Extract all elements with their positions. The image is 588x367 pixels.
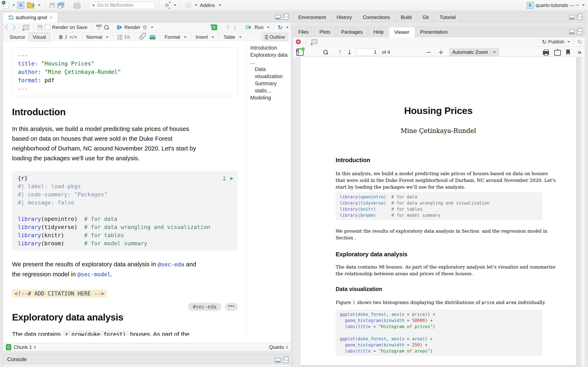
goto-file-function-input[interactable]: Go to file/function — [90, 2, 155, 9]
open-file-dropdown-caret[interactable] — [38, 4, 40, 6]
italic-button[interactable]: I — [65, 34, 67, 40]
pdf-viewport[interactable]: Housing Prices Mine Çetinkaya-Rundel Int… — [293, 57, 585, 367]
pdf-save-icon[interactable] — [554, 50, 561, 56]
pdf-print-icon[interactable] — [543, 51, 549, 55]
pdf-sidebar-toggle-icon[interactable] — [296, 49, 303, 56]
new-project-icon[interactable]: R — [17, 2, 24, 9]
save-all-icon[interactable] — [57, 2, 64, 8]
open-in-new-window-icon[interactable] — [311, 39, 317, 44]
pdf-zoom-select[interactable]: Automatic Zoom — [449, 48, 499, 56]
numbered-list-icon[interactable]: 12 — [125, 36, 130, 39]
minimize-pane-icon[interactable] — [275, 358, 281, 363]
tab-files[interactable]: Files — [293, 27, 314, 37]
yaml-front-matter-block[interactable]: --- title: "Housing Prices" author: "Min… — [12, 48, 238, 96]
pdf-page-input[interactable]: 1 — [356, 49, 379, 56]
tab-tutorial[interactable]: Tutorial — [434, 12, 461, 22]
paragraph-style-caret[interactable] — [106, 36, 108, 38]
document-editing-surface[interactable]: --- title: "Housing Prices" author: "Min… — [3, 42, 246, 336]
spellcheck-icon[interactable]: ABC✓ — [96, 24, 102, 30]
tab-presentation[interactable]: Presentation — [415, 27, 453, 37]
bullet-list-icon[interactable] — [118, 35, 122, 40]
minimize-pane-icon[interactable] — [275, 15, 281, 20]
maximize-pane-icon[interactable] — [577, 30, 582, 34]
tab-connections[interactable]: Connections — [357, 12, 395, 22]
maximize-pane-icon[interactable] — [283, 15, 288, 20]
more-options-button[interactable]: ••• — [225, 303, 238, 311]
code-format-button[interactable]: </> — [69, 35, 77, 40]
back-icon[interactable] — [5, 25, 10, 30]
outline-item-summary-statistics[interactable]: Summary statis… — [250, 80, 291, 94]
find-replace-icon[interactable] — [104, 25, 109, 30]
addins-dropdown-caret[interactable] — [219, 4, 221, 6]
chunk-navigator[interactable]: Chunk 1 — [14, 344, 32, 350]
pdf-more-tools-icon[interactable]: » — [577, 48, 582, 56]
minimize-pane-icon[interactable] — [569, 15, 575, 20]
maximize-pane-icon[interactable] — [577, 15, 582, 20]
workspace-panes-icon[interactable] — [185, 3, 191, 8]
outline-toggle-button[interactable]: Outline — [261, 33, 288, 41]
outline-item-modeling[interactable]: Modeling — [250, 94, 291, 101]
clear-viewer-icon[interactable]: ✕ — [296, 39, 301, 44]
render-icon[interactable] — [117, 25, 122, 29]
new-file-dropdown-caret[interactable] — [12, 4, 15, 6]
close-tab-icon[interactable]: × — [49, 15, 52, 20]
print-icon[interactable] — [73, 4, 80, 8]
bold-button[interactable]: B — [59, 34, 63, 40]
addins-menu[interactable]: Addins — [200, 2, 215, 8]
insert-menu-caret[interactable] — [212, 36, 214, 38]
pdf-search-icon[interactable] — [323, 50, 328, 54]
pdf-zoom-out-icon[interactable]: − — [426, 48, 432, 56]
open-file-icon[interactable] — [27, 3, 34, 8]
insert-chunk-icon[interactable]: C+ — [212, 25, 217, 30]
project-menu[interactable]: R quarto-tutorials — ~ — [527, 2, 585, 9]
version-control-icon[interactable]: G+− — [164, 2, 170, 8]
tab-build[interactable]: Build — [396, 12, 417, 22]
outline-item-data-visualization[interactable]: Data visualization — [250, 66, 291, 80]
minimize-pane-icon[interactable] — [569, 30, 575, 34]
maximize-pane-icon[interactable] — [283, 358, 288, 363]
outline-item-eda[interactable]: Exploratory data … — [250, 51, 291, 66]
run-next-icon[interactable]: ⇩ — [232, 24, 237, 31]
render-options-caret[interactable] — [151, 27, 153, 28]
publish-button[interactable]: ↻ Publish ↻ — [542, 39, 582, 45]
forward-icon[interactable] — [10, 25, 16, 30]
tab-git[interactable]: Git — [417, 12, 434, 22]
rerun-icon[interactable]: ↻ — [278, 24, 283, 31]
workspace-panes-dropdown-caret[interactable] — [195, 4, 198, 6]
pdf-bookmark-icon[interactable] — [566, 50, 570, 55]
render-on-save-checkbox[interactable] — [45, 25, 50, 30]
save-icon[interactable] — [50, 3, 55, 8]
version-control-dropdown-caret[interactable] — [174, 4, 176, 6]
format-menu[interactable]: Format — [164, 34, 180, 40]
tab-environment[interactable]: Environment — [293, 12, 331, 22]
tab-packages[interactable]: Packages — [336, 27, 368, 37]
console-header[interactable]: Console — [3, 354, 291, 365]
tab-history[interactable]: History — [331, 12, 357, 22]
render-button[interactable]: Render — [124, 25, 140, 30]
insert-menu[interactable]: Insert — [196, 34, 208, 40]
rerun-dropdown-caret[interactable] — [286, 27, 288, 28]
run-dropdown-caret[interactable] — [267, 27, 269, 28]
open-in-window-icon[interactable] — [23, 25, 29, 30]
tab-authoring-qmd[interactable]: authoring.qmd × — [3, 12, 58, 22]
tab-viewer[interactable]: Viewer — [389, 27, 415, 37]
r-code-chunk[interactable]: ▼ ▶ {r} #| label: load-pkgs #| code-summ… — [12, 171, 238, 250]
tab-plots[interactable]: Plots — [314, 27, 336, 37]
citation-comment-highlight[interactable]: <!--# ADD CITATION HERE --> — [12, 290, 107, 298]
run-chunk-icon[interactable]: ▶ — [230, 174, 233, 182]
table-menu[interactable]: Table — [223, 34, 235, 40]
gear-icon[interactable]: ⚙ — [143, 24, 147, 31]
pdf-next-page-icon[interactable]: ↓ — [347, 49, 352, 56]
outline-item-introduction[interactable]: Introduction — [250, 44, 291, 51]
format-menu-caret[interactable] — [184, 36, 186, 38]
save-document-icon[interactable] — [38, 25, 42, 30]
syntax-mode-select[interactable]: Quarto — [269, 344, 284, 350]
run-chunks-above-icon[interactable]: ▼ — [223, 176, 226, 180]
image-icon[interactable] — [150, 35, 155, 39]
table-menu-caret[interactable] — [239, 36, 242, 38]
refresh-viewer-icon[interactable]: ↻ — [577, 39, 582, 45]
tab-help[interactable]: Help — [368, 27, 389, 37]
paragraph-style-select[interactable]: Normal — [86, 34, 102, 40]
link-icon[interactable] — [139, 34, 145, 40]
new-file-icon[interactable]: + — [3, 2, 9, 8]
